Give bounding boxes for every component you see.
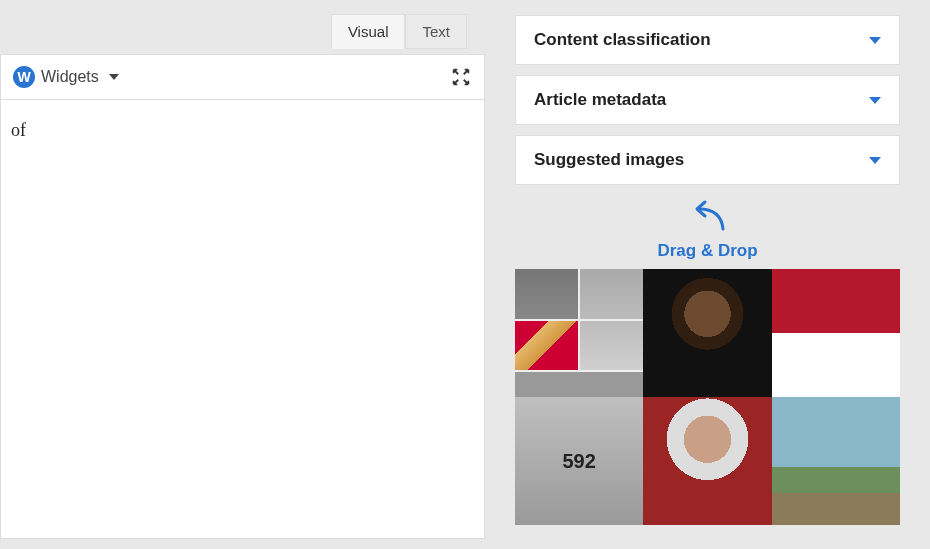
chevron-down-icon bbox=[869, 157, 881, 164]
panel-article-metadata[interactable]: Article metadata bbox=[515, 75, 900, 125]
drag-drop-label: Drag & Drop bbox=[657, 241, 757, 260]
widgets-dropdown[interactable]: W Widgets bbox=[13, 66, 119, 88]
suggested-image[interactable] bbox=[772, 269, 900, 397]
chevron-down-icon bbox=[109, 74, 119, 80]
widgets-icon: W bbox=[13, 66, 35, 88]
suggested-images-grid: 592 bbox=[515, 269, 900, 525]
panel-title: Content classification bbox=[534, 30, 711, 50]
editor-content[interactable]: of bbox=[0, 100, 485, 539]
editor-tabs: Visual Text bbox=[331, 14, 467, 49]
editor-area: Visual Text W Widgets of bbox=[0, 0, 485, 549]
panel-suggested-images[interactable]: Suggested images bbox=[515, 135, 900, 185]
suggested-image[interactable]: 592 bbox=[515, 397, 643, 525]
suggested-image[interactable] bbox=[643, 397, 771, 525]
tab-text[interactable]: Text bbox=[405, 14, 467, 49]
runner-bib-number: 592 bbox=[562, 450, 595, 473]
content-text-fragment: of bbox=[11, 120, 26, 140]
suggested-image[interactable] bbox=[515, 269, 643, 397]
editor-toolbar: W Widgets bbox=[0, 54, 485, 100]
curved-arrow-icon bbox=[683, 199, 733, 239]
widgets-label: Widgets bbox=[41, 68, 99, 86]
panel-title: Suggested images bbox=[534, 150, 684, 170]
sidebar: Content classification Article metadata … bbox=[485, 0, 930, 549]
suggested-image[interactable] bbox=[643, 269, 771, 397]
suggested-image[interactable] bbox=[772, 397, 900, 525]
chevron-down-icon bbox=[869, 97, 881, 104]
drag-drop-hint: Drag & Drop bbox=[515, 199, 900, 261]
fullscreen-icon[interactable] bbox=[450, 66, 472, 88]
chevron-down-icon bbox=[869, 37, 881, 44]
tab-visual[interactable]: Visual bbox=[331, 14, 406, 49]
panel-title: Article metadata bbox=[534, 90, 666, 110]
panel-content-classification[interactable]: Content classification bbox=[515, 15, 900, 65]
